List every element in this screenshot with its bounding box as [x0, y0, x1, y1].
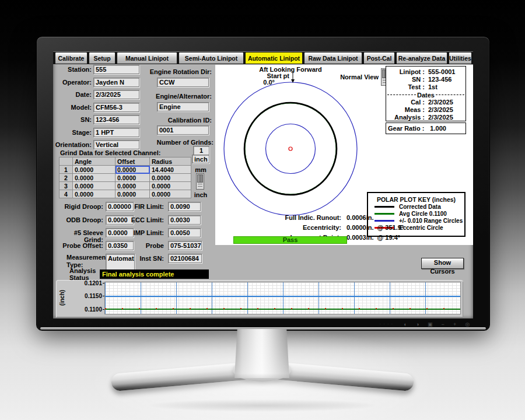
runout-value: 0.0006in.: [346, 214, 373, 223]
engine-rotation-label: Engine Rotation Dir:: [146, 68, 212, 75]
angle-cell[interactable]: 0.0000: [73, 190, 116, 198]
unit-mm-label: mm: [192, 166, 209, 173]
plus-icon[interactable]: +: [453, 321, 456, 327]
input-source-icon[interactable]: ◑: [416, 321, 419, 327]
inner-range-circle: [266, 124, 316, 174]
strip-chart-grid[interactable]: [104, 282, 461, 314]
radius-cell[interactable]: 0.0000: [150, 182, 191, 190]
probe-field[interactable]: 075-51037: [168, 241, 202, 250]
page-background: Calibrate Setup Manual Linipot Semi-Auto…: [0, 0, 525, 420]
row-number: 1: [60, 166, 73, 174]
calibration-id-field[interactable]: 0001: [157, 125, 209, 135]
eccentricity-label: Eccentricity:: [229, 223, 341, 233]
unit-inch-label: inch: [191, 191, 211, 198]
avg-circle: [245, 103, 336, 194]
table-row: 4 0.0000 0.0000 0.0000: [60, 190, 191, 198]
fir-limit-field[interactable]: 0.0090: [168, 202, 201, 211]
eccentric-circle: [289, 147, 292, 150]
show-cursors-button[interactable]: Show Cursors: [421, 258, 464, 269]
imp-limit-field[interactable]: 0.0050: [168, 228, 201, 237]
analysis-date-label: Analysis :: [386, 114, 425, 121]
tab-setup[interactable]: Setup: [89, 52, 116, 64]
tab-bar: Calibrate Setup Manual Linipot Semi-Auto…: [53, 52, 473, 64]
tab-raw-data-linipot[interactable]: Raw Data Linipot: [304, 52, 362, 64]
stage-field[interactable]: 1 HPT: [93, 128, 139, 137]
menu-icon[interactable]: ▣: [428, 321, 433, 327]
ytick-2: 0.1100: [69, 307, 102, 313]
strip-chart-panel: (inch) 0.1201 0.1150 0.1100: [56, 280, 463, 317]
offset-header: Offset: [116, 158, 150, 166]
row-number: 3: [60, 182, 73, 190]
key-entry: Corrected Data: [368, 203, 464, 210]
angle-cell[interactable]: 0.0000: [73, 182, 116, 190]
tab-re-analyze-data[interactable]: Re-analyze Data: [396, 52, 447, 64]
grind-data-table: Angle Offset Radius 1 0.0000 0.0000 14.4…: [59, 157, 191, 198]
radius-header: Radius: [150, 158, 191, 166]
linipot-label: Linipot :: [386, 68, 425, 76]
analysis-status-label: Analysis Status: [69, 267, 99, 281]
table-row: 2 0.0000 0.0000 0.0000: [60, 174, 191, 182]
start-angle-label: 0.0°: [233, 79, 275, 86]
date-label: Date:: [53, 91, 92, 98]
tab-manual-linipot[interactable]: Manual Linipot: [117, 52, 177, 64]
ecc-limit-field[interactable]: 0.0030: [168, 215, 201, 225]
rigid-droop-label: Rigid Droop:: [53, 203, 103, 210]
cal-date-value: 2/3/2025: [428, 99, 453, 106]
engine-alternator-label: Engine/Alternator:: [146, 93, 212, 100]
analysis-date-value: 2/3/2025: [428, 114, 453, 121]
radius-cell[interactable]: 0.0000: [150, 190, 191, 198]
row-number: 2: [60, 174, 73, 182]
model-field[interactable]: CFM56-3: [93, 103, 139, 112]
radius-cell[interactable]: 14.4040: [150, 166, 191, 174]
engine-alternator-field[interactable]: Engine: [157, 102, 209, 111]
station-field[interactable]: 555: [93, 65, 139, 74]
row-number: 4: [60, 190, 73, 198]
tab-semi-auto-linipot[interactable]: Semi-Auto Linipot: [178, 52, 244, 64]
probe-label: Probe: [129, 242, 164, 249]
offset-cell[interactable]: 0.0000: [116, 174, 150, 182]
meas-date-label: Meas :: [386, 106, 425, 114]
corrected-data-circle: [244, 103, 337, 195]
inst-sn-label: Inst SN:: [129, 255, 164, 262]
brightness-icon[interactable]: ◐: [404, 321, 407, 327]
stand-neck: [235, 329, 289, 378]
operator-label: Operator:: [53, 79, 92, 86]
orientation-label: Orientation:: [53, 141, 92, 148]
tab-automatic-linipot[interactable]: Automatic Linipot: [245, 52, 303, 64]
ground-shadow: [146, 399, 379, 412]
linipot-info-box: Linipot :555-0001 SN :123-456 Test :1st …: [386, 66, 466, 121]
angle-cell[interactable]: 0.0000: [73, 174, 116, 182]
sn-field[interactable]: 123-456: [93, 115, 139, 124]
meas-date-value: 2/3/2025: [428, 106, 453, 114]
indicator-dots: ····: [380, 321, 396, 327]
offset-cell[interactable]: 0.0000: [116, 190, 150, 198]
sleeve-grind-label: #5 Sleeve Grind:: [53, 229, 103, 243]
key-entry: Avg Circle 0.1100: [368, 210, 464, 217]
strip-chart-ylabel: (inch): [59, 286, 65, 310]
orientation-field[interactable]: Vertical: [93, 140, 139, 149]
power-icon[interactable]: ◎: [465, 321, 470, 327]
gear-ratio-label: Gear Ratio :: [388, 125, 424, 132]
number-of-grinds-field[interactable]: 1: [193, 146, 209, 155]
minus-icon[interactable]: −: [442, 321, 444, 327]
tab-utilities[interactable]: Utilities: [449, 52, 472, 64]
tab-post-cal[interactable]: Post-Cal: [363, 52, 395, 64]
corrected-data-swatch: [374, 206, 394, 208]
engine-rotation-field[interactable]: CCW: [157, 78, 209, 87]
radius-cell[interactable]: 0.0000: [150, 174, 191, 182]
ytick-0: 0.1201: [69, 281, 102, 286]
offset-cell[interactable]: 0.0000: [116, 182, 150, 190]
angle-cell[interactable]: 0.0000: [73, 166, 116, 174]
unit-slider-handle[interactable]: [197, 174, 203, 183]
operator-field[interactable]: Jayden N: [93, 78, 139, 87]
offset-cell-selected[interactable]: 0.0000: [116, 166, 150, 174]
inst-sn-field[interactable]: 02100684: [168, 254, 202, 263]
dates-divider: Dates: [386, 91, 466, 99]
date-field[interactable]: 2/3/2025: [93, 90, 139, 99]
unit-slider[interactable]: [196, 173, 204, 190]
station-label: Station:: [53, 66, 92, 73]
avg-circle-swatch: [374, 213, 394, 215]
tab-calibrate[interactable]: Calibrate: [55, 52, 88, 64]
range-circles-swatch: [374, 220, 394, 222]
normal-view-label: Normal View: [337, 74, 379, 80]
